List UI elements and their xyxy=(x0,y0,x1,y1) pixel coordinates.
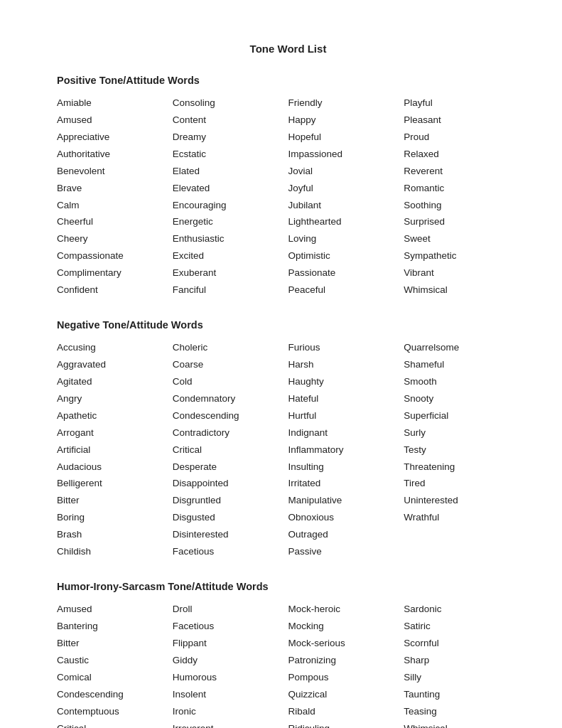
word-cell: Proud xyxy=(404,130,519,145)
word-cell: Snooty xyxy=(404,392,519,407)
word-cell: Apathetic xyxy=(57,409,173,424)
word-cell: Superficial xyxy=(404,409,519,424)
word-cell: Condescending xyxy=(173,409,288,424)
word-cell: Disappointed xyxy=(173,476,288,491)
word-cell: Enthusiastic xyxy=(173,232,288,247)
word-cell: Bitter xyxy=(57,636,173,651)
word-cell: Harsh xyxy=(288,358,404,373)
word-cell: Lighthearted xyxy=(288,215,404,230)
word-cell: Benevolent xyxy=(57,164,173,179)
word-cell: Audacious xyxy=(57,460,173,475)
word-cell: Agitated xyxy=(57,375,173,390)
word-cell: Surprised xyxy=(404,215,519,230)
word-cell: Pleasant xyxy=(404,113,519,128)
word-cell: Playful xyxy=(404,96,519,111)
word-cell: Encouraging xyxy=(173,198,288,213)
word-grid-positive: AmiableConsolingFriendlyPlayfulAmusedCon… xyxy=(57,96,519,298)
word-cell: Scornful xyxy=(404,636,519,651)
word-cell: Caustic xyxy=(57,653,173,668)
word-cell: Patronizing xyxy=(288,653,404,668)
word-cell: Hopeful xyxy=(288,130,404,145)
word-cell: Quarrelsome xyxy=(404,341,519,355)
word-cell: Comical xyxy=(57,670,173,685)
word-cell: Surly xyxy=(404,426,519,441)
word-cell: Shameful xyxy=(404,358,519,373)
section-heading-negative: Negative Tone/Attitude Words xyxy=(57,319,519,331)
word-cell: Contradictory xyxy=(173,426,288,441)
word-cell: Inflammatory xyxy=(288,443,404,458)
word-cell: Compassionate xyxy=(57,249,173,264)
word-cell: Dreamy xyxy=(173,130,288,145)
word-cell: Soothing xyxy=(404,198,519,213)
word-cell: Hurtful xyxy=(288,409,404,424)
word-cell: Cheerful xyxy=(57,215,173,230)
word-cell: Content xyxy=(173,113,288,128)
word-cell: Consoling xyxy=(173,96,288,111)
word-cell: Disgusted xyxy=(173,510,288,525)
word-cell: Ironic xyxy=(173,705,288,719)
word-cell: Outraged xyxy=(288,528,404,542)
section-heading-humor: Humor-Irony-Sarcasm Tone/Attitude Words xyxy=(57,581,519,592)
word-cell: Ridiculing xyxy=(288,722,404,729)
word-cell: Manipulative xyxy=(288,493,404,508)
word-cell: Relaxed xyxy=(404,147,519,162)
word-cell: Confident xyxy=(57,283,173,298)
word-cell: Satiric xyxy=(404,619,519,634)
word-cell: Condescending xyxy=(57,687,173,702)
word-cell: Flippant xyxy=(173,636,288,651)
word-cell: Loving xyxy=(288,232,404,247)
word-cell: Fanciful xyxy=(173,283,288,298)
word-cell: Silly xyxy=(404,670,519,685)
word-cell: Facetious xyxy=(173,619,288,634)
word-cell: Contemptuous xyxy=(57,705,173,719)
word-cell: Sardonic xyxy=(404,602,519,617)
page-title: Tone Word List xyxy=(57,43,519,55)
word-cell: Indignant xyxy=(288,426,404,441)
word-cell: Peaceful xyxy=(288,283,404,298)
word-cell: Disinterested xyxy=(173,528,288,542)
word-cell: Romantic xyxy=(404,181,519,196)
word-cell: Insulting xyxy=(288,460,404,475)
word-cell: Impassioned xyxy=(288,147,404,162)
word-grid-negative: AccusingCholericFuriousQuarrelsomeAggrav… xyxy=(57,341,519,560)
word-cell: Amused xyxy=(57,602,173,617)
word-cell: Tired xyxy=(404,476,519,491)
word-cell: Joyful xyxy=(288,181,404,196)
word-cell: Authoritative xyxy=(57,147,173,162)
word-cell: Reverent xyxy=(404,164,519,179)
word-cell: Wrathful xyxy=(404,510,519,525)
word-cell: Irritated xyxy=(288,476,404,491)
word-cell: Pompous xyxy=(288,670,404,685)
word-cell: Complimentary xyxy=(57,266,173,281)
word-cell: Condemnatory xyxy=(173,392,288,407)
word-cell: Bantering xyxy=(57,619,173,634)
word-cell: Desperate xyxy=(173,460,288,475)
word-cell: Energetic xyxy=(173,215,288,230)
word-cell: Uninterested xyxy=(404,493,519,508)
word-cell: Happy xyxy=(288,113,404,128)
word-cell: Vibrant xyxy=(404,266,519,281)
word-cell: Furious xyxy=(288,341,404,355)
word-cell: Irreverent xyxy=(173,722,288,729)
word-cell: Elevated xyxy=(173,181,288,196)
word-cell: Critical xyxy=(57,722,173,729)
word-cell: Sharp xyxy=(404,653,519,668)
word-cell: Whimsical xyxy=(404,283,519,298)
word-cell: Droll xyxy=(173,602,288,617)
word-cell: Whimsical xyxy=(404,722,519,729)
word-cell: Ecstatic xyxy=(173,147,288,162)
section-negative: Negative Tone/Attitude WordsAccusingChol… xyxy=(57,319,519,560)
word-cell: Sympathetic xyxy=(404,249,519,264)
word-cell: Teasing xyxy=(404,705,519,719)
word-cell: Haughty xyxy=(288,375,404,390)
word-cell: Obnoxious xyxy=(288,510,404,525)
word-cell: Appreciative xyxy=(57,130,173,145)
word-cell: Coarse xyxy=(173,358,288,373)
section-positive: Positive Tone/Attitude WordsAmiableConso… xyxy=(57,75,519,298)
word-cell: Facetious xyxy=(173,545,288,560)
word-cell: Brave xyxy=(57,181,173,196)
word-grid-humor: AmusedDrollMock-heroicSardonicBanteringF… xyxy=(57,602,519,728)
word-cell: Excited xyxy=(173,249,288,264)
word-cell: Accusing xyxy=(57,341,173,355)
word-cell: Insolent xyxy=(173,687,288,702)
